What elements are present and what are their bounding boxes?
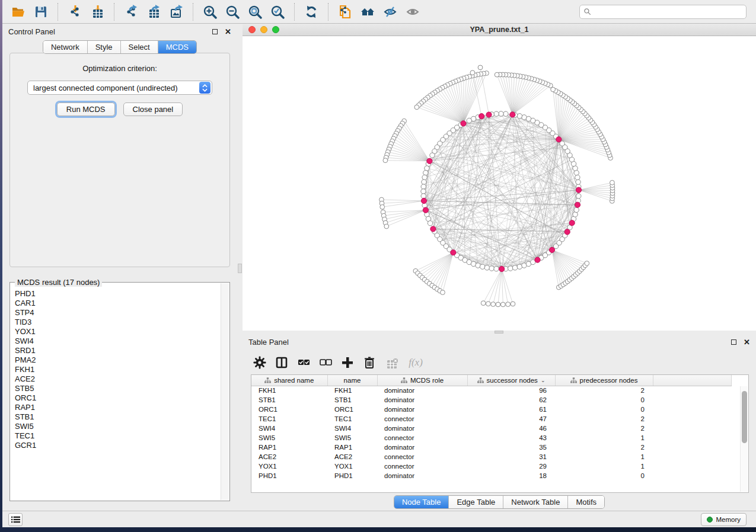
zoom-selected-icon[interactable] [269, 3, 286, 21]
graph-node[interactable] [421, 184, 426, 189]
memory-button[interactable]: Memory [701, 513, 747, 526]
deselect-all-icon[interactable] [317, 354, 334, 371]
tab-network-table[interactable]: Network Table [503, 496, 568, 508]
table-row[interactable]: RAP1RAP1dominator352 [251, 443, 731, 452]
tab-mcds[interactable]: MCDS [158, 41, 196, 53]
save-icon[interactable] [32, 3, 50, 21]
select-all-icon[interactable] [295, 354, 312, 371]
graph-leaf-node[interactable] [495, 72, 499, 77]
search-box[interactable] [579, 5, 747, 19]
column-header-name[interactable]: name [327, 375, 377, 386]
mcds-result-item[interactable]: SWI4 [15, 336, 229, 346]
mcds-result-item[interactable]: STP4 [15, 308, 229, 318]
network-canvas[interactable] [243, 36, 756, 331]
mcds-result-item[interactable]: TEC1 [15, 431, 229, 441]
graph-leaf-node[interactable] [551, 87, 556, 92]
graph-leaf-node[interactable] [506, 302, 511, 307]
column-header-MCDS-role[interactable]: MCDS role [377, 375, 467, 386]
column-header-successor-nodes[interactable]: successor nodes⌄ [467, 375, 555, 386]
vertical-splitter-grip[interactable] [238, 264, 242, 273]
graph-leaf-node[interactable] [585, 261, 589, 266]
graph-leaf-node[interactable] [478, 65, 483, 70]
graph-hub-node[interactable] [479, 114, 484, 119]
mcds-result-item[interactable]: ORC1 [15, 393, 229, 403]
graph-node[interactable] [576, 194, 581, 198]
mcds-result-item[interactable]: SRD1 [15, 346, 229, 355]
hide-graphics-icon[interactable] [381, 3, 399, 21]
graph-leaf-node[interactable] [486, 302, 490, 306]
column-header-predecessor-nodes[interactable]: predecessor nodes [555, 375, 653, 386]
tab-network[interactable]: Network [43, 41, 88, 53]
mcds-result-item[interactable]: CAR1 [15, 299, 229, 308]
graph-node[interactable] [508, 266, 513, 271]
graph-hub-node[interactable] [499, 266, 505, 271]
graph-node[interactable] [573, 212, 578, 217]
close-panel-button[interactable]: Close panel [123, 102, 183, 116]
import-network-icon[interactable] [66, 3, 84, 21]
graph-node[interactable] [517, 114, 522, 118]
mcds-result-item[interactable]: STB5 [15, 384, 229, 393]
graph-hub-node[interactable] [423, 207, 428, 213]
export-table-icon[interactable] [145, 3, 162, 21]
mcds-result-item[interactable]: FKH1 [15, 365, 229, 374]
mcds-result-item[interactable]: SWI5 [15, 422, 229, 431]
table-row[interactable]: SWI4SWI4dominator462 [251, 424, 731, 433]
zoom-out-icon[interactable] [224, 3, 241, 21]
graph-hub-node[interactable] [564, 229, 570, 235]
table-row[interactable]: STB1STB1dominator620 [251, 395, 731, 405]
graph-leaf-node[interactable] [383, 158, 388, 163]
graph-node[interactable] [494, 111, 499, 116]
mcds-result-item[interactable]: RAP1 [15, 403, 229, 412]
horizontal-splitter[interactable] [243, 331, 756, 334]
graph-node[interactable] [574, 170, 579, 175]
graph-node[interactable] [428, 221, 432, 226]
graph-node[interactable] [430, 153, 435, 158]
mcds-result-item[interactable]: PHD1 [15, 289, 229, 299]
export-image-icon[interactable] [167, 3, 185, 21]
graph-hub-node[interactable] [421, 198, 426, 203]
graph-node[interactable] [476, 263, 480, 268]
graph-hub-node[interactable] [451, 250, 456, 255]
tab-select[interactable]: Select [121, 41, 158, 53]
zoom-in-icon[interactable] [201, 3, 219, 21]
search-input[interactable] [594, 8, 742, 16]
graph-hub-node[interactable] [430, 226, 436, 232]
graph-node[interactable] [517, 264, 522, 269]
graph-hub-node[interactable] [569, 220, 575, 226]
graph-leaf-node[interactable] [610, 180, 615, 185]
refresh-icon[interactable] [302, 3, 320, 21]
graph-leaf-node[interactable] [496, 302, 500, 307]
tab-node-table[interactable]: Node Table [394, 496, 449, 508]
graph-hub-node[interactable] [461, 121, 466, 126]
graph-node[interactable] [574, 207, 579, 212]
column-header-shared-name[interactable]: shared name [251, 375, 327, 386]
open-icon[interactable] [9, 3, 27, 21]
home-icon[interactable] [359, 3, 377, 21]
graph-node[interactable] [480, 264, 484, 269]
settings-icon[interactable] [251, 354, 269, 371]
horizontal-splitter-grip[interactable] [495, 331, 503, 334]
graph-leaf-node[interactable] [500, 302, 505, 307]
graph-node[interactable] [467, 118, 471, 123]
graph-node[interactable] [421, 194, 426, 198]
table-scrollbar[interactable] [740, 386, 748, 492]
table-row[interactable]: PHD1PHD1dominator180 [251, 471, 731, 480]
graph-node[interactable] [484, 265, 489, 270]
graph-hub-node[interactable] [576, 187, 581, 193]
graph-node[interactable] [499, 111, 503, 116]
zoom-fit-icon[interactable] [246, 3, 264, 21]
graph-node[interactable] [576, 180, 580, 184]
graph-leaf-node[interactable] [384, 224, 389, 229]
table-row[interactable]: SWI5SWI5connector431 [251, 433, 731, 443]
graph-node[interactable] [494, 267, 499, 271]
graph-node[interactable] [575, 175, 580, 180]
graph-hub-node[interactable] [510, 112, 515, 117]
table-row[interactable]: FKH1FKH1dominator962 [251, 386, 731, 395]
mcds-result-item[interactable]: PMA2 [15, 355, 229, 365]
network-window-titlebar[interactable]: YPA_prune.txt_1 [243, 24, 756, 36]
graph-hub-node[interactable] [556, 137, 562, 142]
graph-node[interactable] [489, 266, 494, 271]
mcds-result-item[interactable]: GCR1 [15, 441, 229, 450]
tab-style[interactable]: Style [88, 41, 121, 53]
show-graphics-icon[interactable] [404, 3, 422, 21]
